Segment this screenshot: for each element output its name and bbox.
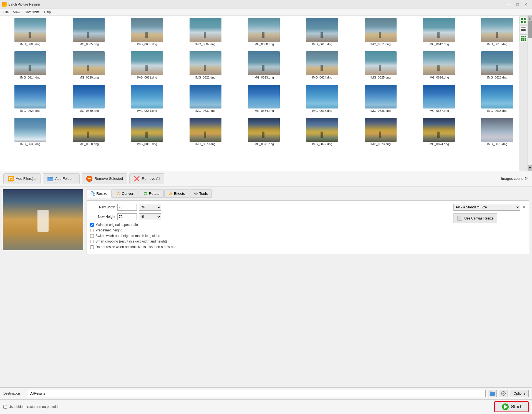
folder-structure-checkbox[interactable] <box>3 405 7 409</box>
list-item[interactable]: IMG_0631.dng <box>118 83 176 117</box>
scrollbar-thumb[interactable] <box>528 21 532 38</box>
list-item[interactable]: IMG_0612.dng <box>410 17 468 50</box>
svg-rect-5 <box>521 29 526 30</box>
list-item[interactable]: IMG_0871.dng <box>235 117 293 150</box>
list-item[interactable]: IMG_0634.dng <box>235 83 293 117</box>
list-item[interactable]: IMG_0874.dng <box>410 117 468 150</box>
close-button[interactable]: ✕ <box>522 2 530 7</box>
list-item[interactable]: IMG_0610.dng <box>293 17 351 50</box>
remove-all-label: Remove All <box>142 176 160 181</box>
menu-help[interactable]: Help <box>42 10 53 15</box>
image-filename: IMG_0635.dng <box>312 109 332 112</box>
list-item[interactable]: IMG_0607.dng <box>176 17 235 50</box>
image-filename: IMG_0874.dng <box>429 142 449 146</box>
switch-sides-checkbox[interactable] <box>90 234 94 238</box>
folder-structure-label[interactable]: Use folder structure in output folder <box>9 405 60 409</box>
width-input[interactable] <box>117 204 137 211</box>
list-item[interactable]: IMG_0639.dng <box>1 117 59 150</box>
list-item[interactable]: IMG_0636.dng <box>351 83 410 117</box>
maintain-aspect-label[interactable]: Maintain original aspect ratio <box>95 223 138 227</box>
list-item[interactable]: IMG_0608.dng <box>235 17 293 50</box>
list-item[interactable]: IMG_0625.dng <box>351 50 410 83</box>
list-item[interactable]: IMG_0613.dng <box>468 17 526 50</box>
predefined-height-label[interactable]: Predefined height <box>95 228 122 232</box>
width-label: New Width <box>90 205 115 209</box>
list-item[interactable]: IMG_0603.dng <box>1 17 59 50</box>
canvas-resize-button[interactable]: Use Canvas Resize <box>453 213 497 223</box>
add-folder-button[interactable]: Add Folder... <box>43 173 80 184</box>
list-item[interactable]: IMG_0626.dng <box>410 50 468 83</box>
options-button[interactable]: Options <box>510 390 529 397</box>
minimize-button[interactable]: — <box>505 2 513 7</box>
image-grid[interactable]: IMG_0603.dngIMG_0605.dngIMG_0606.dngIMG_… <box>0 16 528 171</box>
list-item[interactable]: IMG_0611.dng <box>351 17 410 50</box>
list-item[interactable]: IMG_0637.dng <box>410 83 468 117</box>
list-item[interactable]: IMG_0622.dng <box>176 50 235 83</box>
list-item[interactable]: IMG_0614.dng <box>1 50 59 83</box>
tab-tools[interactable]: Tools <box>190 189 212 198</box>
tab-effects[interactable]: Effects <box>164 189 189 198</box>
list-view-btn[interactable] <box>520 26 527 33</box>
switch-sides-label[interactable]: Switch width and height to match long si… <box>95 234 160 238</box>
list-item[interactable]: IMG_0624.dng <box>293 50 351 83</box>
resize-right-col: Pick a Standard Size ▾ Use Canvas Resize <box>453 204 526 251</box>
height-input[interactable] <box>117 213 137 220</box>
smart-crop-label[interactable]: Smart cropping (result in exact width an… <box>95 239 167 243</box>
list-item[interactable]: IMG_0629.dng <box>1 83 59 117</box>
start-label: Start <box>511 404 521 409</box>
list-item[interactable]: IMG_0628.dng <box>468 50 526 83</box>
add-files-button[interactable]: Add File(s)... <box>3 173 41 184</box>
scroll-up[interactable]: ▲ <box>528 16 532 21</box>
image-filename: IMG_0620.dng <box>79 76 99 79</box>
menu-view[interactable]: View <box>11 10 22 15</box>
width-unit-select[interactable]: % px cm in <box>139 204 161 211</box>
predefined-height-checkbox[interactable] <box>90 229 94 232</box>
options-gear-button[interactable] <box>499 390 508 397</box>
list-item[interactable]: IMG_0869.dng <box>118 117 176 150</box>
tab-rotate[interactable]: Rotate <box>139 189 163 198</box>
maximize-button[interactable]: □ <box>514 2 521 7</box>
menu-file[interactable]: File <box>1 10 11 15</box>
svg-rect-25 <box>93 194 95 195</box>
menu-softorbits[interactable]: SoftOrbits <box>22 10 42 15</box>
remove-selected-button[interactable]: Remove Selected <box>82 173 127 184</box>
list-item[interactable]: IMG_0606.dng <box>118 17 176 50</box>
image-filename: IMG_0605.dng <box>79 42 99 46</box>
height-label: New Height <box>90 215 115 219</box>
list-item[interactable]: IMG_0875.dng <box>468 117 526 150</box>
list-item[interactable]: IMG_0873.dng <box>351 117 410 150</box>
image-filename: IMG_0873.dng <box>370 142 391 146</box>
list-item[interactable]: IMG_0621.dng <box>118 50 176 83</box>
list-item[interactable]: IMG_0623.dng <box>235 50 293 83</box>
destination-input[interactable] <box>28 390 486 397</box>
image-filename: IMG_0623.dng <box>254 76 274 79</box>
image-filename: IMG_0628.dng <box>487 76 507 79</box>
image-filename: IMG_0621.dng <box>137 76 157 79</box>
list-item[interactable]: IMG_0638.dng <box>468 83 526 117</box>
list-item[interactable]: IMG_0870.dng <box>176 117 235 150</box>
remove-selected-label: Remove Selected <box>94 176 123 181</box>
no-resize-label[interactable]: Do not resize when original size is less… <box>95 245 177 249</box>
standard-size-select[interactable]: Pick a Standard Size <box>453 204 520 211</box>
list-item[interactable]: IMG_0872.dng <box>293 117 351 150</box>
smart-crop-checkbox[interactable] <box>90 240 94 243</box>
scroll-down[interactable]: ▼ <box>528 165 532 171</box>
list-item[interactable]: IMG_0605.dng <box>59 17 118 50</box>
list-item[interactable]: IMG_0868.dng <box>59 117 118 150</box>
image-filename: IMG_0626.dng <box>429 76 449 79</box>
tab-convert[interactable]: Convert <box>112 189 139 198</box>
list-item[interactable]: IMG_0632.dng <box>176 83 235 117</box>
image-filename: IMG_0608.dng <box>254 42 274 46</box>
destination-browse-button[interactable] <box>488 390 497 397</box>
remove-all-button[interactable]: Remove All <box>129 173 164 184</box>
height-unit-select[interactable]: % px cm in <box>139 213 161 220</box>
tab-resize[interactable]: Resize <box>87 189 112 198</box>
start-button[interactable]: Start <box>494 401 529 412</box>
list-item[interactable]: IMG_0620.dng <box>59 50 118 83</box>
list-item[interactable]: IMG_0630.dng <box>59 83 118 117</box>
no-resize-checkbox[interactable] <box>90 245 94 249</box>
list-item[interactable]: IMG_0635.dng <box>293 83 351 117</box>
grid-view-btn[interactable] <box>520 34 527 42</box>
maintain-aspect-checkbox[interactable] <box>90 223 94 227</box>
thumbnail-view-btn[interactable] <box>520 17 527 24</box>
